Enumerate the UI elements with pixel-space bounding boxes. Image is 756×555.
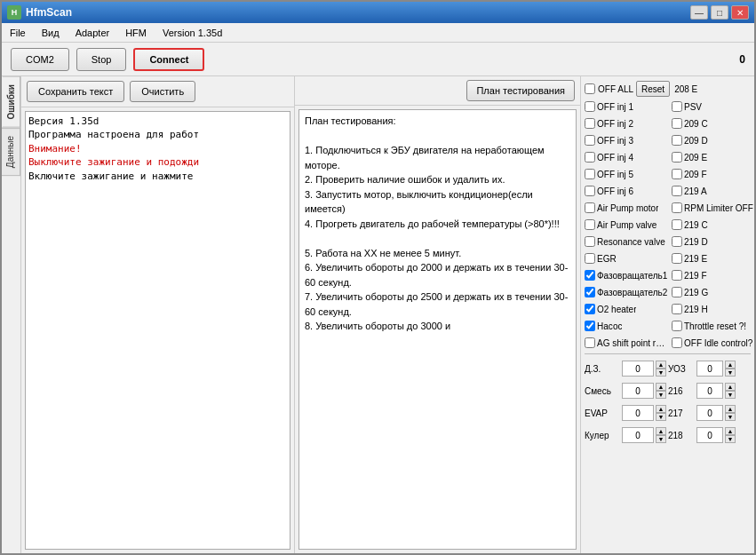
217-up[interactable]: ▲ — [725, 405, 736, 413]
uoz-up[interactable]: ▲ — [725, 361, 736, 369]
nasos-checkbox[interactable] — [585, 321, 595, 331]
air-pump-valve-checkbox[interactable] — [585, 219, 595, 230]
test-plan-content[interactable]: План тестирования: 1. Подключиться к ЭБУ… — [298, 109, 577, 550]
test-plan-button[interactable]: План тестирования — [466, 80, 575, 101]
minimize-button[interactable]: — — [690, 5, 708, 20]
tab-errors[interactable]: Ошибки — [2, 76, 20, 128]
off-inj4-checkbox[interactable] — [585, 152, 595, 163]
clear-button[interactable]: Очистить — [130, 81, 195, 102]
dz-up[interactable]: ▲ — [656, 361, 666, 369]
off-inj2-checkbox[interactable] — [585, 118, 595, 129]
app-icon: H — [7, 5, 21, 20]
216-down[interactable]: ▼ — [725, 391, 736, 399]
right-panel: OFF ALL Reset 208 E OFF inj 1 PSV O — [581, 76, 754, 553]
ag-shift-checkbox[interactable] — [585, 337, 595, 348]
off-inj3-checkbox[interactable] — [585, 135, 595, 146]
log-line: Версия 1.35d — [28, 115, 287, 128]
off-all-checkbox[interactable] — [585, 83, 595, 94]
left-panel: Сохранить текст Очистить Версия 1.35d Пр… — [21, 76, 295, 553]
menu-hfm[interactable]: HFM — [122, 26, 150, 40]
uoz-down[interactable]: ▼ — [725, 369, 736, 377]
o2-heater-checkbox[interactable] — [585, 304, 595, 314]
uoz-input[interactable] — [696, 361, 723, 377]
218-up[interactable]: ▲ — [725, 427, 736, 435]
g219-checkbox[interactable] — [672, 287, 682, 297]
evap-label: EVAP — [585, 408, 620, 418]
off-inj1-label: OFF inj 1 — [597, 102, 633, 112]
a219-checkbox[interactable] — [672, 186, 682, 196]
menu-vid[interactable]: Вид — [38, 26, 63, 40]
h219-checkbox[interactable] — [672, 304, 682, 314]
208e-label: 208 E — [674, 84, 697, 94]
log-line-warn: Выключите зажигание и подожди — [28, 155, 287, 169]
maximize-button[interactable]: □ — [711, 5, 728, 20]
evap-down[interactable]: ▼ — [656, 413, 666, 421]
off-inj5-checkbox[interactable] — [585, 169, 595, 179]
log-area[interactable]: Версия 1.35d Программа настроена для раб… — [25, 111, 290, 550]
psv-label: PSV — [684, 102, 702, 112]
d209-checkbox[interactable] — [672, 135, 682, 146]
egr-checkbox[interactable] — [585, 253, 595, 264]
f209-checkbox[interactable] — [672, 169, 682, 179]
menu-file[interactable]: File — [6, 26, 29, 40]
reset-button[interactable]: Reset — [636, 81, 670, 97]
fazovr2-checkbox[interactable] — [585, 287, 595, 297]
c209-checkbox[interactable] — [672, 118, 682, 129]
plan-step-7: 7. Увеличить обороты до 2500 и держать и… — [305, 289, 570, 319]
kuler-input[interactable] — [622, 427, 654, 443]
log-line: Включите зажигание и нажмите — [28, 170, 287, 183]
throttle-reset-label: Throttle reset ?! — [684, 321, 746, 331]
216-label: 216 — [668, 386, 695, 396]
psv-checkbox[interactable] — [672, 101, 682, 112]
spinner-row-evap: EVAP ▲ ▼ 217 ▲ ▼ — [585, 403, 751, 423]
217-label: 217 — [668, 408, 695, 418]
off-inj1-checkbox[interactable] — [585, 101, 595, 112]
main-window: H HfmScan — □ ✕ File Вид Adapter HFM Ver… — [0, 0, 756, 555]
off-inj6-checkbox[interactable] — [585, 186, 595, 196]
evap-input[interactable] — [622, 405, 654, 421]
menu-version[interactable]: Version 1.35d — [159, 26, 226, 40]
throttle-reset-checkbox[interactable] — [672, 321, 682, 331]
216-up[interactable]: ▲ — [725, 383, 736, 391]
216-input[interactable] — [696, 383, 723, 399]
smes-down[interactable]: ▼ — [656, 391, 666, 399]
off-idle-checkbox[interactable] — [672, 337, 682, 348]
e219-checkbox[interactable] — [672, 253, 682, 264]
dz-down[interactable]: ▼ — [656, 369, 666, 377]
218-input[interactable] — [696, 427, 723, 443]
dz-input[interactable] — [622, 361, 654, 377]
smes-input[interactable] — [622, 383, 654, 399]
d219-checkbox[interactable] — [672, 236, 682, 247]
spinner-row-kuler: Кулер ▲ ▼ 218 ▲ ▼ — [585, 425, 751, 445]
f219-checkbox[interactable] — [672, 270, 682, 281]
217-down[interactable]: ▼ — [725, 413, 736, 421]
218-down[interactable]: ▼ — [725, 435, 736, 443]
left-panel-toolbar: Сохранить текст Очистить — [21, 76, 294, 107]
217-input[interactable] — [696, 405, 723, 421]
air-pump-motor-checkbox[interactable] — [585, 202, 595, 213]
fazovr1-checkbox[interactable] — [585, 270, 595, 281]
resonance-checkbox[interactable] — [585, 236, 595, 247]
kuler-up[interactable]: ▲ — [656, 427, 666, 435]
rpm-limiter-checkbox[interactable] — [672, 202, 682, 213]
smes-label: Смесь — [585, 386, 620, 396]
tab-data[interactable]: Данные — [2, 128, 20, 176]
e209-checkbox[interactable] — [672, 152, 682, 163]
checkbox-grid: OFF inj 1 PSV OFF inj 2 209 C — [585, 99, 751, 351]
c219-checkbox[interactable] — [672, 219, 682, 230]
stop-button[interactable]: Stop — [76, 48, 127, 71]
uoz-label: УОЗ — [668, 364, 695, 374]
kuler-down[interactable]: ▼ — [656, 435, 666, 443]
menu-adapter[interactable]: Adapter — [72, 26, 114, 40]
spinner-row-smes: Смесь ▲ ▼ 216 ▲ ▼ — [585, 381, 751, 400]
check-row-off-inj1: OFF inj 1 — [585, 99, 668, 115]
com-port-button[interactable]: COM2 — [11, 48, 69, 71]
plan-step-8: 8. Увеличить обороты до 3000 и — [305, 319, 570, 334]
evap-up[interactable]: ▲ — [656, 405, 666, 413]
close-button[interactable]: ✕ — [731, 5, 749, 20]
save-text-button[interactable]: Сохранить текст — [27, 81, 124, 102]
plan-title: План тестирования: — [305, 114, 570, 129]
smes-up[interactable]: ▲ — [656, 383, 666, 391]
connect-button[interactable]: Connect — [133, 48, 204, 71]
plan-step-6: 6. Увеличить обороты до 2000 и держать и… — [305, 260, 570, 289]
